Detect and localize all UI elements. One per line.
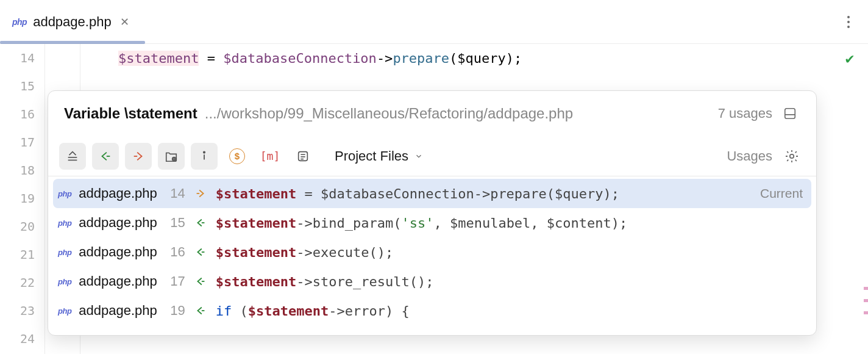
result-code-preview: if ($statement->error) { (216, 303, 803, 319)
popup-title: Variable \statement (64, 105, 197, 122)
result-filename: addpage.php (79, 244, 157, 260)
show-read-access-button[interactable] (92, 143, 119, 170)
svg-point-14 (790, 154, 794, 157)
read-access-icon (194, 304, 207, 317)
token-variable: $statement (118, 51, 199, 66)
token-variable: $databaseConnection (223, 51, 377, 66)
result-filename: addpage.php (79, 186, 157, 201)
scope-selector[interactable]: Project Files (335, 148, 423, 164)
result-filename: addpage.php (79, 273, 157, 289)
line-number: 20 (10, 212, 44, 240)
current-result-tag: Current (760, 186, 803, 201)
line-number-gutter: 14 15 16 17 18 19 20 21 22 23 24 (0, 44, 45, 354)
read-access-arrow (193, 245, 208, 259)
usage-results-list: phpaddpage.php14$statement = $databaseCo… (48, 176, 816, 335)
result-code-preview: $statement->execute(); (216, 245, 803, 260)
line-number: 14 (10, 44, 44, 72)
scope-selector-label: Project Files (335, 148, 408, 164)
popup-header: Variable \statement .../workshop/99_Misc… (48, 91, 816, 136)
line-number: 15 (10, 72, 44, 100)
show-write-access-button[interactable] (125, 143, 152, 170)
svg-point-9 (204, 151, 205, 153)
result-code-preview: $statement = $databaseConnection->prepar… (216, 186, 753, 201)
result-line-number: 14 (165, 186, 185, 201)
result-line-number: 15 (165, 215, 185, 231)
result-line-number: 19 (165, 303, 185, 319)
method-usages-icon[interactable]: [m] (257, 143, 283, 170)
usage-result-row[interactable]: phpaddpage.php17$statement->store_result… (48, 267, 816, 296)
tab-filename: addpage.php (33, 14, 111, 30)
usage-count-label: 7 usages (718, 106, 772, 121)
read-access-arrow (193, 216, 208, 229)
popup-toolbar: $ [m] Project Files Usages (48, 136, 816, 176)
usage-result-row[interactable]: phpaddpage.php16$statement->execute(); (48, 237, 816, 267)
line-number: 23 (10, 297, 44, 325)
line-number: 16 (10, 100, 44, 128)
checkmark-icon: ✔ (845, 50, 854, 67)
expand-all-button[interactable] (59, 143, 86, 170)
result-filename: addpage.php (79, 303, 157, 319)
php-file-icon: php (12, 17, 27, 27)
show-usages-popup: Variable \statement .../workshop/99_Misc… (48, 90, 817, 336)
tab-overflow-menu-icon[interactable] (842, 11, 855, 33)
file-structure-button[interactable] (158, 143, 185, 170)
preview-usages-icon[interactable] (290, 143, 316, 170)
php-file-icon: php (58, 189, 71, 198)
result-filename: addpage.php (79, 215, 157, 231)
chevron-down-icon (414, 152, 423, 161)
editor-tab-addpage[interactable]: php addpage.php ✕ (0, 0, 145, 43)
php-file-icon: php (58, 248, 71, 257)
popup-file-path: .../workshop/99_Miscellaneous/Refactorin… (205, 105, 711, 122)
gear-icon (784, 149, 799, 164)
usages-label: Usages (727, 148, 772, 164)
result-code-preview: $statement->bind_param('ss', $menulabel,… (216, 215, 803, 231)
read-access-icon (194, 216, 207, 229)
php-file-icon: php (58, 306, 71, 316)
usage-result-row[interactable]: phpaddpage.php19if ($statement->error) { (48, 296, 816, 325)
line-number: 21 (10, 240, 44, 269)
show-dollar-usages-icon[interactable]: $ (224, 143, 251, 170)
line-number: 24 (10, 325, 44, 353)
write-access-arrow (193, 187, 208, 200)
read-access-icon (194, 245, 207, 259)
usage-result-row[interactable]: phpaddpage.php14$statement = $databaseCo… (53, 179, 811, 208)
php-file-icon: php (58, 277, 71, 286)
result-code-preview: $statement->store_result(); (216, 274, 803, 289)
close-tab-icon[interactable]: ✕ (118, 13, 132, 31)
code-line[interactable]: $statement = $databaseConnection->prepar… (118, 44, 868, 72)
settings-button[interactable] (778, 143, 805, 170)
usage-result-row[interactable]: phpaddpage.php15$statement->bind_param('… (48, 208, 816, 237)
info-button[interactable] (191, 143, 218, 170)
inspection-status-icon[interactable]: ✔ (840, 49, 859, 68)
open-in-toolwindow-icon[interactable] (780, 103, 800, 124)
read-access-arrow (193, 304, 208, 317)
line-number: 22 (10, 269, 44, 297)
token-method-call: prepare (393, 51, 449, 66)
line-number: 18 (10, 156, 44, 184)
result-line-number: 17 (165, 273, 185, 289)
result-line-number: 16 (165, 244, 185, 260)
read-access-icon (194, 275, 207, 288)
error-stripe[interactable] (863, 44, 868, 354)
php-file-icon: php (58, 219, 71, 228)
line-number: 17 (10, 128, 44, 156)
editor-tabbar: php addpage.php ✕ (0, 0, 868, 44)
line-number: 19 (10, 184, 44, 212)
write-access-icon (194, 187, 207, 200)
read-access-arrow (193, 275, 208, 288)
